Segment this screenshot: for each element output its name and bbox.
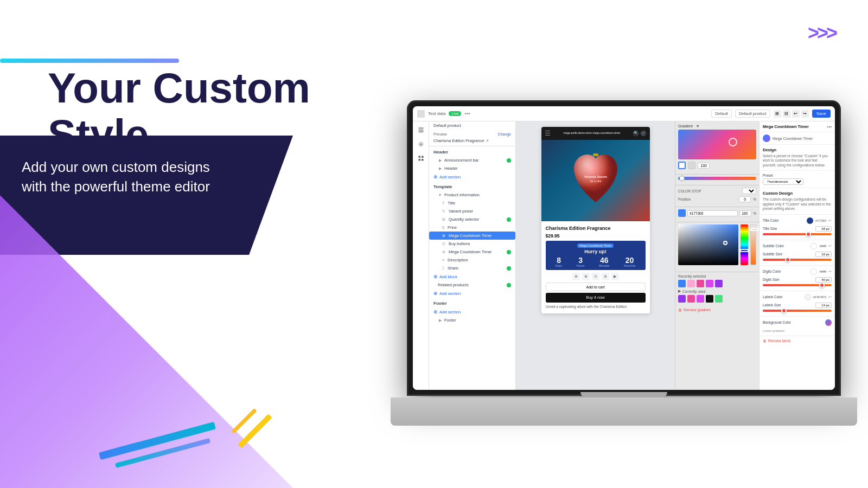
used-swatch-4[interactable] — [706, 295, 713, 303]
subtitle-size-input[interactable]: 16 px — [815, 252, 832, 257]
cart-icon: 🛒 — [641, 131, 646, 136]
description-row[interactable]: ≡ Description — [429, 256, 515, 264]
reset-icon2[interactable]: ↩ — [828, 244, 832, 248]
sidebar-nav-icon[interactable] — [416, 125, 426, 136]
mega-countdown2-row[interactable]: ⊕ Mega Countdown Timer — [429, 248, 515, 256]
product-actions: ⊕ ⊗ ⊙ ⊚ ▶ — [546, 273, 646, 280]
hex-input-row: #177300 100 % — [678, 209, 756, 217]
related-products-row[interactable]: Related products — [429, 281, 515, 289]
preview-product-value: Charisma Edition Fragrance ↗ — [433, 138, 511, 143]
buy-buttons-row[interactable]: ⊡ Buy buttons — [429, 240, 515, 248]
swatch-purple[interactable] — [715, 280, 723, 287]
mega-countdown-row-selected[interactable]: ⊕ Mega Countdown Timer — [429, 232, 515, 240]
share-row[interactable]: ⤴ Share — [429, 264, 515, 272]
topbar-more-icon: ••• — [464, 111, 470, 117]
alpha-bar[interactable] — [750, 224, 756, 265]
title-size-input[interactable]: 28 px — [815, 226, 832, 232]
sidebar-blocks-icon[interactable] — [416, 153, 426, 164]
position-label: Position — [678, 197, 737, 201]
save-button[interactable]: Save — [812, 110, 831, 118]
title-slider[interactable] — [763, 233, 832, 235]
bg-color-swatch[interactable] — [825, 319, 832, 326]
left-content: Your Custom Style — [48, 65, 384, 158]
blue-stripe2 — [115, 438, 210, 468]
countdown-badge — [507, 250, 511, 254]
hex-input[interactable]: #177300 — [687, 210, 738, 216]
product-image: Victoria Secret Lik a Like — [541, 140, 650, 221]
svg-rect-7 — [422, 159, 424, 161]
digits-slider[interactable] — [763, 284, 832, 286]
editor-body: Default product Preview Change Charisma … — [413, 121, 835, 390]
quantity-row[interactable]: ⊞ Quantity selector — [429, 215, 515, 223]
currently-used-label: ▶ Currently used — [678, 289, 756, 293]
header-row[interactable]: ▶ Header — [429, 164, 515, 172]
product-info-row[interactable]: ▼ Product information — [429, 191, 515, 199]
digits-color-section: Digits Color #ffffff ↩ Digits Size 40 px — [760, 266, 835, 291]
variant-picker-row[interactable]: ↻ Variant picker — [429, 207, 515, 215]
used-swatch-5[interactable] — [715, 295, 723, 303]
add-to-cart-btn[interactable]: Add to cart — [546, 282, 646, 291]
sidebar-settings-icon[interactable] — [416, 139, 426, 150]
default-product-row[interactable]: Default product — [429, 121, 515, 130]
svg-point-3 — [420, 144, 422, 145]
labels-color-swatch[interactable] — [805, 294, 811, 300]
buy-now-btn[interactable]: Buy it now — [546, 293, 646, 303]
editor-topbar: Test data Live ••• Default Default produ… — [413, 106, 835, 121]
add-header-section[interactable]: ⊕ Add section — [429, 172, 515, 181]
swatch-fuchsia[interactable] — [706, 280, 713, 287]
digits-color-swatch[interactable] — [810, 268, 817, 275]
reset-icon[interactable]: ↩ — [828, 219, 832, 223]
reset-icon4[interactable]: ↩ — [828, 295, 832, 299]
color-stop-dropdown[interactable] — [742, 188, 756, 194]
product-info: Charisma Edition Fragrance $29.95 Mega C… — [541, 221, 650, 313]
yellow-stripe — [238, 414, 272, 448]
title-color-swatch[interactable] — [807, 217, 813, 224]
footer-add-section-link[interactable]: ⊕ Add section — [429, 307, 515, 316]
swatch-pink[interactable] — [697, 280, 704, 287]
svg-rect-5 — [422, 156, 424, 158]
digits-color-row: Digits Color #ffffff ↩ — [763, 268, 832, 275]
minutes-unit: 46 Minutes — [599, 256, 609, 267]
subtitle-size-row: Subtitle Size 16 px — [763, 252, 832, 257]
mega-countdown2-label: Mega Countdown Timer — [449, 249, 492, 254]
remove-gradient-btn[interactable]: 🗑 Remove gradient — [675, 306, 759, 313]
bg-color-value: Linear gradient — [763, 329, 784, 332]
swatch-pink-light[interactable] — [687, 280, 695, 287]
add-block-link[interactable]: ⊕ Add block — [429, 272, 515, 281]
title-color-row: Title Color #17380 ↩ — [763, 217, 832, 224]
subtitle-color-swatch[interactable] — [810, 243, 817, 249]
opacity-input[interactable]: 130 — [698, 163, 710, 169]
pct-input[interactable]: 100 — [739, 210, 751, 216]
product-btn[interactable]: Default product — [735, 110, 770, 118]
announcement-bar-row[interactable]: ▶ Announcement bar — [429, 156, 515, 164]
remove-block-btn[interactable]: 🗑 Remove block — [760, 336, 835, 345]
gradient-slider[interactable] — [678, 177, 756, 180]
position-input[interactable]: 0 — [739, 196, 751, 202]
template-section-title: Template — [429, 181, 515, 191]
settings-more-icon[interactable]: ••• — [827, 124, 832, 129]
change-btn[interactable]: Change — [497, 132, 511, 136]
digits-size-input[interactable]: 40 px — [815, 277, 832, 282]
default-btn[interactable]: Default — [711, 110, 732, 118]
reset-icon3[interactable]: ↩ — [828, 269, 832, 274]
footer-row[interactable]: ▶ Footer — [429, 316, 515, 324]
used-swatch-3[interactable] — [697, 295, 704, 303]
price-row[interactable]: $ Price — [429, 223, 515, 232]
product-nav: ☰ mega-profit-demo-store-mega-countdown-… — [541, 127, 650, 140]
used-swatch-1[interactable] — [678, 295, 686, 303]
labels-size-input[interactable]: 14 px — [815, 303, 832, 308]
preset-select[interactable]: Thunderstruck Custom — [763, 178, 803, 185]
title-slider-thumb — [806, 232, 811, 237]
action-icon-2: ⊗ — [582, 273, 590, 280]
swatch-blue[interactable] — [678, 280, 686, 287]
used-swatch-2[interactable] — [687, 295, 695, 303]
custom-design-desc: The custom design configurations will be… — [763, 197, 832, 211]
title-row[interactable]: T Title — [429, 199, 515, 207]
title-color-hex: #17380 — [815, 219, 826, 222]
subtitle-slider[interactable] — [763, 259, 832, 261]
countdown-badge: Mega Countdown Timer — [577, 243, 613, 248]
gradient-2d-picker[interactable] — [678, 224, 738, 265]
add-section2-link[interactable]: ⊕ Add section — [429, 289, 515, 298]
hue-bar[interactable] — [741, 224, 748, 265]
labels-slider[interactable] — [763, 310, 832, 312]
